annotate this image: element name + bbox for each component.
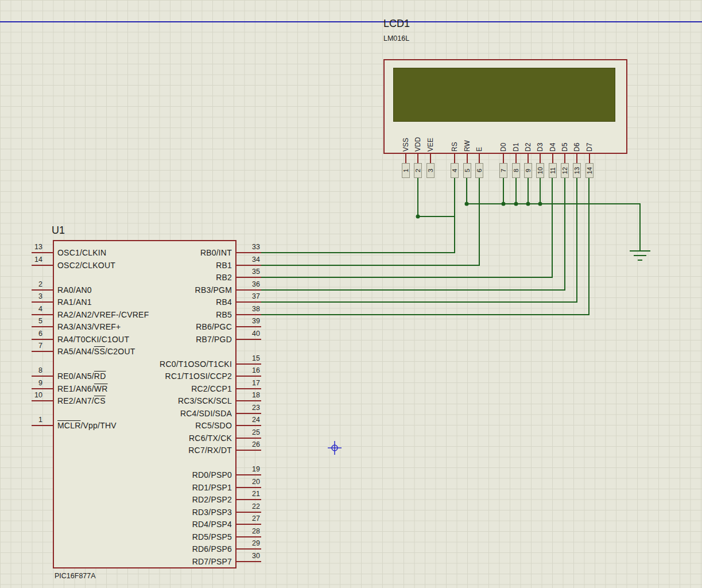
junction-dot xyxy=(416,215,420,219)
mcu-pin-stub[interactable] xyxy=(236,548,261,550)
wire-d6-to-rb4[interactable] xyxy=(261,178,577,302)
mcu-pin-label: RC5/SDO xyxy=(86,421,232,430)
mcu-pin-stub[interactable] xyxy=(236,512,261,513)
mcu-pin-stub[interactable] xyxy=(236,301,261,303)
wire-d5-to-rb3[interactable] xyxy=(261,178,565,290)
mcu-pin-number: 20 xyxy=(238,478,260,486)
mcu-pin-number: 2 xyxy=(21,280,42,288)
mcu-pin-label: RD7/PSP7 xyxy=(86,557,232,566)
mcu-pin-label: RC4/SDI/SDA xyxy=(86,409,232,418)
wire-rs-to-rb0[interactable] xyxy=(261,178,455,253)
lcd-pin-stub[interactable] xyxy=(576,154,577,163)
lcd-pin-stub[interactable] xyxy=(503,154,504,163)
mcu-pin-label: RB1 xyxy=(86,261,232,270)
mcu-pin-stub[interactable] xyxy=(236,339,261,340)
mcu-pin-stub[interactable] xyxy=(236,252,261,253)
lcd-pin-stub[interactable] xyxy=(467,154,468,163)
lcd-pin-number: 8 xyxy=(513,163,519,178)
mcu-pin-stub[interactable] xyxy=(236,388,261,389)
mcu-pin-stub[interactable] xyxy=(32,301,53,303)
pin-label-text: RB6/PGC xyxy=(196,322,232,331)
mcu-pin-label: RD2/PSP2 xyxy=(86,495,232,504)
mcu-pin-stub[interactable] xyxy=(32,252,53,253)
mcu-pin-stub[interactable] xyxy=(32,314,53,315)
mcu-pin-number: 6 xyxy=(21,330,42,338)
mcu-pin-stub[interactable] xyxy=(236,438,261,439)
mcu-ref: U1 xyxy=(52,225,65,237)
mcu-pin-stub[interactable] xyxy=(236,363,261,365)
mcu-pin-stub[interactable] xyxy=(236,536,261,537)
mcu-pin-label: RA5/AN4/SS/C2OUT xyxy=(57,347,135,356)
mcu-pin-stub[interactable] xyxy=(32,326,53,327)
mcu-pin-stub[interactable] xyxy=(32,351,53,352)
mcu-pin-label: RC0/T1OSO/T1CKI xyxy=(86,359,232,369)
mcu-pin-number: 25 xyxy=(238,428,260,436)
mcu-pin-stub[interactable] xyxy=(236,289,261,291)
mcu-pin-label: RD4/PSP4 xyxy=(86,520,232,529)
mcu-pin-stub[interactable] xyxy=(32,425,53,426)
lcd-pin-name-d7: D7 xyxy=(585,119,594,152)
mcu-pin-stub[interactable] xyxy=(236,400,261,401)
mcu-pin-number: 34 xyxy=(238,256,260,264)
lcd-pin-stub[interactable] xyxy=(417,154,418,163)
mcu-pin-stub[interactable] xyxy=(236,376,261,377)
lcd-pin-stub[interactable] xyxy=(564,154,565,163)
mcu-part: PIC16F877A xyxy=(55,572,96,580)
mcu-pin-stub[interactable] xyxy=(236,425,261,426)
mcu-pin-number: 4 xyxy=(21,305,42,313)
pin-label-text: RB3/PGM xyxy=(195,285,232,295)
mcu-pin-number: 22 xyxy=(238,502,260,510)
pin-label-text: RB7/PGD xyxy=(196,335,232,344)
mcu-pin-stub[interactable] xyxy=(32,339,53,340)
mcu-pin-number: 38 xyxy=(238,305,260,313)
lcd-pin-number: 14 xyxy=(586,163,593,178)
pin-label-text: RC1/T1OSI/CCP2 xyxy=(165,372,232,381)
mcu-pin-stub[interactable] xyxy=(32,400,53,401)
pin-label-text: RD7/PSP7 xyxy=(192,557,232,566)
lcd-pin-stub[interactable] xyxy=(528,154,529,163)
mcu-pin-number: 5 xyxy=(21,317,42,325)
mcu-pin-stub[interactable] xyxy=(236,450,261,451)
mcu-pin-label: RD0/PSP0 xyxy=(86,470,232,479)
lcd-pin-stub[interactable] xyxy=(430,154,431,163)
mcu-pin-stub[interactable] xyxy=(32,265,53,266)
mcu-pin-stub[interactable] xyxy=(236,277,261,278)
mcu-pin-stub[interactable] xyxy=(32,388,53,389)
lcd-pin-stub[interactable] xyxy=(405,154,406,163)
mcu-pin-stub[interactable] xyxy=(236,524,261,525)
junction-dot xyxy=(465,202,469,206)
lcd-pin-name-d2: D2 xyxy=(524,119,532,152)
lcd-pin-stub[interactable] xyxy=(479,154,480,163)
mcu-pin-stub[interactable] xyxy=(236,499,261,500)
lcd-pin-name-vss: VSS xyxy=(402,119,410,152)
mcu-pin-stub[interactable] xyxy=(236,265,261,266)
pin-label-text: RD6/PSP6 xyxy=(192,544,232,554)
lcd-pin-number: 9 xyxy=(525,163,532,178)
schematic-canvas[interactable]: LCD1 LM016L VSS1VDD2VEE3RS4RW5E6D07D18D2… xyxy=(0,0,702,588)
mcu-pin-stub[interactable] xyxy=(236,413,261,414)
mcu-pin-label: RC6/TX/CK xyxy=(86,434,232,443)
pin-label-overlined: MCLR xyxy=(57,421,80,430)
mcu-pin-stub[interactable] xyxy=(236,314,261,315)
wire-gnd-rail[interactable] xyxy=(467,204,640,251)
lcd-screen xyxy=(393,68,615,122)
mcu-pin-number: 9 xyxy=(21,379,42,387)
lcd-pin-stub[interactable] xyxy=(540,154,541,163)
mcu-pin-label: RB6/PGC xyxy=(86,322,232,331)
wire-vdd-branch[interactable] xyxy=(418,178,455,216)
mcu-pin-stub[interactable] xyxy=(236,561,261,562)
lcd-pin-stub[interactable] xyxy=(589,154,590,163)
mcu-pin-stub[interactable] xyxy=(236,487,261,488)
mcu-pin-stub[interactable] xyxy=(236,474,261,475)
lcd-pin-stub[interactable] xyxy=(454,154,455,163)
mcu-pin-stub[interactable] xyxy=(236,326,261,327)
mcu-pin-stub[interactable] xyxy=(32,289,53,291)
pin-label-text: RB5 xyxy=(216,310,232,319)
pin-label-text: /C2OUT xyxy=(105,347,135,356)
mcu-pin-label: RD1/PSP1 xyxy=(86,483,232,492)
wire-d4-to-rb2[interactable] xyxy=(261,178,552,277)
mcu-pin-stub[interactable] xyxy=(32,376,53,377)
lcd-pin-number: 4 xyxy=(451,163,458,178)
lcd-pin-stub[interactable] xyxy=(552,154,553,163)
lcd-pin-stub[interactable] xyxy=(515,154,517,163)
